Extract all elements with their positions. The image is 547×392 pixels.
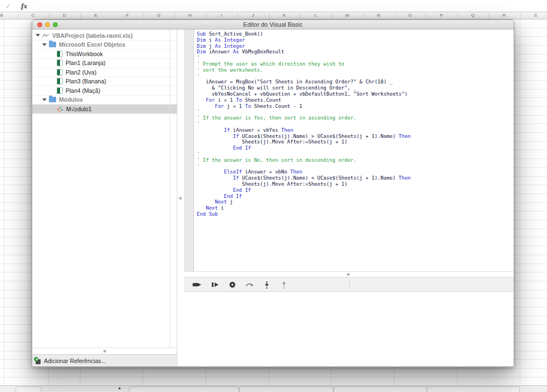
disclosure-triangle-icon[interactable] [36,34,40,37]
tree-item-label: Módulos [59,96,83,103]
code-line: For j = 1 To Sheets.Count - 1 [197,103,514,110]
tree-item-label: Plan3 (Banana) [66,78,106,85]
tree-item-folder[interactable]: Módulos [32,96,177,105]
excel-sheet-icon [57,51,63,57]
immediate-pane[interactable] [184,292,514,366]
sheet-tab[interactable] [129,386,239,392]
column-header-N[interactable]: N [363,13,395,18]
code-editor[interactable]: Sub Sort_Active_Book()Dim i As IntegerDi… [194,29,514,271]
tree-item-label: Plan4 (Maçã) [66,87,100,94]
column-header-Q[interactable]: Q [457,13,489,18]
sheet-tab[interactable] [16,386,42,392]
toolbar-separator [349,280,350,290]
code-line: ' Prompt the user as which direction the… [197,61,514,67]
tree-item-label: VBAProject (tabela-raoni.xls) [52,32,133,39]
vbe-window: Editor do Visual Basic VBAProject (tabel… [32,19,514,367]
column-header-R[interactable]: R [489,13,520,18]
splitter-grip-icon[interactable] [179,197,182,200]
code-line: Next j [197,199,514,205]
splitter-grip-icon[interactable] [347,273,350,276]
vba-project-icon [42,32,49,39]
tree-item-sheet[interactable]: ThisWorkbook [32,49,177,59]
tree-item-sheet[interactable]: Plan4 (Maçã) [32,86,177,96]
code-line: ' [197,151,514,157]
debug-toolbar [184,277,514,292]
disclosure-triangle-icon[interactable] [42,98,47,101]
code-line: Dim iAnswer As VbMsgBoxResult [197,49,514,55]
checkmark-icon[interactable]: ✓ [6,2,11,10]
fx-icon[interactable]: fx [21,2,27,11]
code-line: Next i [197,205,514,211]
run-button[interactable] [192,280,203,290]
margin-indicator-bar[interactable] [184,29,194,271]
tab-caret-icon[interactable]: ▴ [118,385,121,390]
code-line: If iAnswer = vbYes Then [197,127,514,133]
module-icon [57,106,63,112]
add-references-button[interactable]: Adicionar Referências... [32,354,177,366]
code-line: & "Clicking No will sort in Descending O… [197,85,514,91]
window-title: Editor do Visual Basic [32,21,514,28]
splitter-grip-icon[interactable] [103,350,106,353]
tree-scrollbar[interactable] [170,29,177,347]
code-line: If UCase$(Sheets(j).Name) > UCase$(Sheet… [197,133,514,140]
column-header-H[interactable]: H [175,13,206,18]
column-header-M[interactable]: M [331,13,363,18]
tree-item-label: Microsoft Excel Objetos [59,41,126,48]
vertical-splitter[interactable] [177,29,184,366]
column-header-F[interactable]: F [112,13,143,18]
column-header-K[interactable]: K [268,13,300,18]
tree-item-folder[interactable]: Microsoft Excel Objetos [32,41,177,50]
excel-sheet-icon [57,87,63,94]
code-line: End If [197,145,514,151]
code-line: If UCase$(Sheets(j).Name) < UCase$(Sheet… [197,175,514,181]
code-line: ' If the answer is No, then sort in desc… [197,157,514,163]
code-line: End Sub [197,211,514,217]
code-line: ' [197,55,514,61]
tree-item-label: Plan2 (Uva) [66,69,96,76]
code-line: ' [197,121,514,127]
project-explorer-pane: VBAProject (tabela-raoni.xls)Microsoft E… [32,29,177,366]
column-header-D[interactable]: D [49,13,81,18]
sheet-tab[interactable] [239,386,334,392]
code-line: Dim j As Integer [197,43,514,49]
column-header-I[interactable]: I [206,13,237,18]
column-header-B[interactable]: B [0,13,17,18]
column-header-P[interactable]: P [426,13,458,18]
step-over-button[interactable] [244,280,255,290]
column-header-L[interactable]: L [300,13,332,18]
code-pane: Sub Sort_Active_Book()Dim i As IntegerDi… [184,29,514,366]
tree-item-sheet[interactable]: Plan3 (Banana) [32,77,177,87]
tree-item-label: Plan1 (Laranja) [66,59,106,66]
horizontal-splitter[interactable] [184,271,514,277]
reset-button[interactable] [227,280,238,290]
column-header-O[interactable]: O [394,13,426,18]
sheet-tab[interactable] [427,386,520,392]
tree-item-project[interactable]: VBAProject (tabela-raoni.xls) [32,31,177,41]
sheet-tab-strip: ▴ [0,385,547,392]
code-line: End If [197,187,514,193]
sheet-tab[interactable] [334,386,427,392]
window-titlebar[interactable]: Editor do Visual Basic [32,20,514,29]
step-button[interactable] [210,280,221,290]
tree-item-module[interactable]: M√≥dulo1 [32,105,177,114]
column-header-S[interactable]: S [520,13,547,18]
code-line: Sub Sort_Active_Book() [197,31,514,37]
tree-item-sheet[interactable]: Plan2 (Uva) [32,68,177,77]
tree-item-sheet[interactable]: Plan1 (Laranja) [32,59,177,68]
column-header-C[interactable]: C [17,13,49,18]
folder-icon [49,42,56,47]
excel-sheet-icon [57,69,63,76]
left-pane-splitter[interactable] [32,348,177,354]
column-header-J[interactable]: J [237,13,269,18]
folder-icon [49,97,56,102]
column-header-E[interactable]: E [80,13,112,18]
column-header-row: BCDEFGHIJKLMNOPQRS [0,12,547,19]
excel-sheet-icon [57,59,63,66]
step-into-button[interactable] [261,280,272,290]
references-icon [34,357,42,365]
disclosure-triangle-icon[interactable] [42,43,47,46]
excel-sheet-icon [57,78,63,85]
code-line: ' [197,109,514,115]
step-out-button[interactable] [279,280,290,290]
column-header-G[interactable]: G [143,13,175,18]
